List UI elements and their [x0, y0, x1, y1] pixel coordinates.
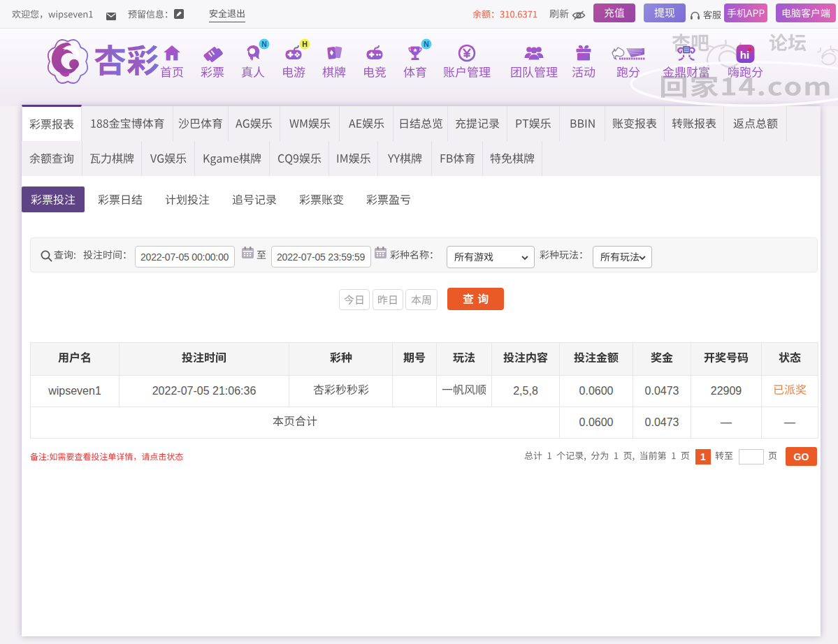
- svg-text:N: N: [424, 40, 429, 48]
- svg-text:hi: hi: [739, 49, 749, 61]
